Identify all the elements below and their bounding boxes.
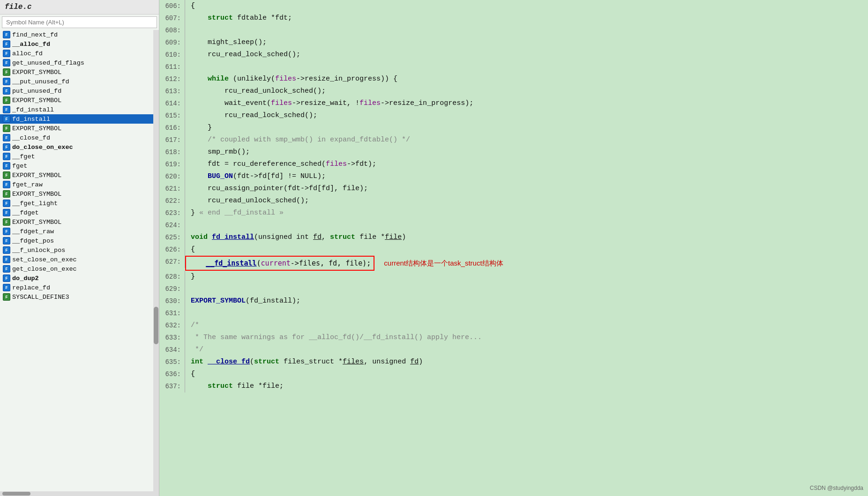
symbol-label-25: get_close_on_exec xyxy=(12,266,77,273)
sidebar-item-27[interactable]: Freplace_fd xyxy=(0,283,153,292)
sidebar-item-0[interactable]: Ffind_next_fd xyxy=(0,30,153,39)
sidebar-item-14[interactable]: Ffget xyxy=(0,161,153,170)
line-number-0: 606: xyxy=(159,0,185,12)
symbol-label-17: EXPORT_SYMBOL xyxy=(12,191,61,198)
symbol-list: Ffind_next_fdF__alloc_fdFalloc_fdFget_un… xyxy=(0,30,153,491)
line-content-24: EXPORT_SYMBOL(fd_install); xyxy=(185,295,868,307)
sidebar-item-10[interactable]: FEXPORT_SYMBOL xyxy=(0,124,153,133)
sidebar-item-1[interactable]: F__alloc_fd xyxy=(0,39,153,49)
symbol-search-input[interactable] xyxy=(2,16,157,28)
code-line-15: 621: rcu_assign_pointer(fdt->fd[fd], fil… xyxy=(159,183,868,195)
line-number-3: 609: xyxy=(159,37,185,49)
code-line-19: 625:void fd_install(unsigned int fd, str… xyxy=(159,231,868,244)
symbol-label-10: EXPORT_SYMBOL xyxy=(12,125,61,132)
symbol-icon-1: F xyxy=(3,40,10,48)
symbol-icon-25: F xyxy=(3,265,10,273)
line-number-20: 626: xyxy=(159,244,185,256)
code-line-16: 622: rcu_read_unlock_sched(); xyxy=(159,195,868,207)
code-container: 606:{607: struct fdtable *fdt;608:609: m… xyxy=(159,0,868,392)
sidebar-item-9[interactable]: Ffd_install xyxy=(0,114,153,124)
symbol-icon-19: F xyxy=(3,209,10,216)
line-content-28: */ xyxy=(185,344,868,356)
sidebar-item-3[interactable]: Fget_unused_fd_flags xyxy=(0,58,153,67)
line-number-19: 625: xyxy=(159,231,185,244)
line-content-22: } xyxy=(185,271,868,283)
code-line-26: 632:/* xyxy=(159,319,868,332)
symbol-label-6: put_unused_fd xyxy=(12,88,61,95)
line-content-6: while (unlikely(files->resize_in_progres… xyxy=(185,73,868,85)
code-line-24: 630:EXPORT_SYMBOL(fd_install); xyxy=(159,295,868,307)
symbol-icon-8: F xyxy=(3,106,10,113)
symbol-label-4: EXPORT_SYMBOL xyxy=(12,69,61,76)
symbol-icon-7: F xyxy=(3,96,10,104)
symbol-label-28: SYSCALL_DEFINE3 xyxy=(12,294,69,301)
sidebar-item-13[interactable]: F__fget xyxy=(0,152,153,161)
symbol-icon-3: F xyxy=(3,59,10,67)
symbol-label-11: __close_fd xyxy=(12,134,50,141)
sidebar-item-6[interactable]: Fput_unused_fd xyxy=(0,86,153,96)
symbol-icon-18: F xyxy=(3,200,10,207)
symbol-icon-11: F xyxy=(3,134,10,141)
code-line-0: 606:{ xyxy=(159,0,868,12)
symbol-icon-13: F xyxy=(3,153,10,160)
symbol-icon-0: F xyxy=(3,31,10,38)
code-line-21: 627: __fd_install(current->files, fd, fi… xyxy=(159,256,868,271)
symbol-label-2: alloc_fd xyxy=(12,50,43,57)
sidebar-item-15[interactable]: FEXPORT_SYMBOL xyxy=(0,170,153,180)
sidebar-item-18[interactable]: F__fget_light xyxy=(0,199,153,208)
sidebar-item-24[interactable]: Fset_close_on_exec xyxy=(0,255,153,264)
sidebar-item-25[interactable]: Fget_close_on_exec xyxy=(0,264,153,274)
symbol-label-15: EXPORT_SYMBOL xyxy=(12,172,61,179)
line-content-19: void fd_install(unsigned int fd, struct … xyxy=(185,231,868,244)
sidebar-bottom-scrollbar[interactable] xyxy=(0,491,159,496)
code-line-20: 626:{ xyxy=(159,244,868,256)
line-number-9: 615: xyxy=(159,110,185,122)
sidebar-item-16[interactable]: Ffget_raw xyxy=(0,180,153,189)
line-number-1: 607: xyxy=(159,12,185,24)
line-number-26: 632: xyxy=(159,319,185,332)
line-number-11: 617: xyxy=(159,134,185,146)
line-content-31: struct file *file; xyxy=(185,380,868,392)
symbol-icon-23: F xyxy=(3,246,10,254)
line-content-7: rcu_read_unlock_sched(); xyxy=(185,85,868,97)
code-line-13: 619: fdt = rcu_dereference_sched(files->… xyxy=(159,158,868,170)
sidebar-item-4[interactable]: FEXPORT_SYMBOL xyxy=(0,67,153,77)
line-number-5: 611: xyxy=(159,61,185,73)
sidebar-item-26[interactable]: Fdo_dup2 xyxy=(0,274,153,283)
sidebar-item-19[interactable]: F__fdget xyxy=(0,208,153,217)
symbol-icon-27: F xyxy=(3,284,10,291)
line-number-24: 630: xyxy=(159,295,185,307)
code-line-12: 618: smp_rmb(); xyxy=(159,146,868,158)
line-number-17: 623: xyxy=(159,207,185,219)
line-number-13: 619: xyxy=(159,158,185,170)
sidebar-item-17[interactable]: FEXPORT_SYMBOL xyxy=(0,189,153,199)
sidebar-item-21[interactable]: F__fdget_raw xyxy=(0,227,153,236)
sidebar-scrollbar[interactable] xyxy=(153,30,159,491)
code-line-18: 624: xyxy=(159,219,868,231)
sidebar-item-20[interactable]: FEXPORT_SYMBOL xyxy=(0,217,153,227)
sidebar-item-5[interactable]: F__put_unused_fd xyxy=(0,77,153,86)
line-content-17: } « end __fd_install » xyxy=(185,207,868,219)
sidebar-item-8[interactable]: F_fd_install xyxy=(0,105,153,114)
sidebar-item-22[interactable]: F__fdget_pos xyxy=(0,236,153,245)
symbol-label-1: __alloc_fd xyxy=(12,41,50,48)
symbol-label-13: __fget xyxy=(12,153,35,160)
symbol-icon-26: F xyxy=(3,274,10,282)
symbol-label-16: fget_raw xyxy=(12,181,43,188)
line-number-18: 624: xyxy=(159,219,185,231)
sidebar-item-12[interactable]: Fdo_close_on_exec xyxy=(0,142,153,152)
symbol-icon-9: F xyxy=(3,115,10,123)
line-content-9: rcu_read_lock_sched(); xyxy=(185,110,868,122)
sidebar-item-28[interactable]: FSYSCALL_DEFINE3 xyxy=(0,292,153,302)
sidebar-item-11[interactable]: F__close_fd xyxy=(0,133,153,142)
sidebar-item-2[interactable]: Falloc_fd xyxy=(0,49,153,58)
code-line-29: 635:int __close_fd(struct files_struct *… xyxy=(159,356,868,368)
code-line-6: 612: while (unlikely(files->resize_in_pr… xyxy=(159,73,868,85)
symbol-icon-22: F xyxy=(3,237,10,244)
sidebar-scrollbar-thumb[interactable] xyxy=(154,307,158,344)
line-number-2: 608: xyxy=(159,24,185,37)
sidebar-item-23[interactable]: F__f_unlock_pos xyxy=(0,245,153,255)
symbol-icon-4: F xyxy=(3,68,10,76)
sidebar-bottom-scrollbar-thumb[interactable] xyxy=(2,492,30,496)
sidebar-item-7[interactable]: FEXPORT_SYMBOL xyxy=(0,96,153,105)
